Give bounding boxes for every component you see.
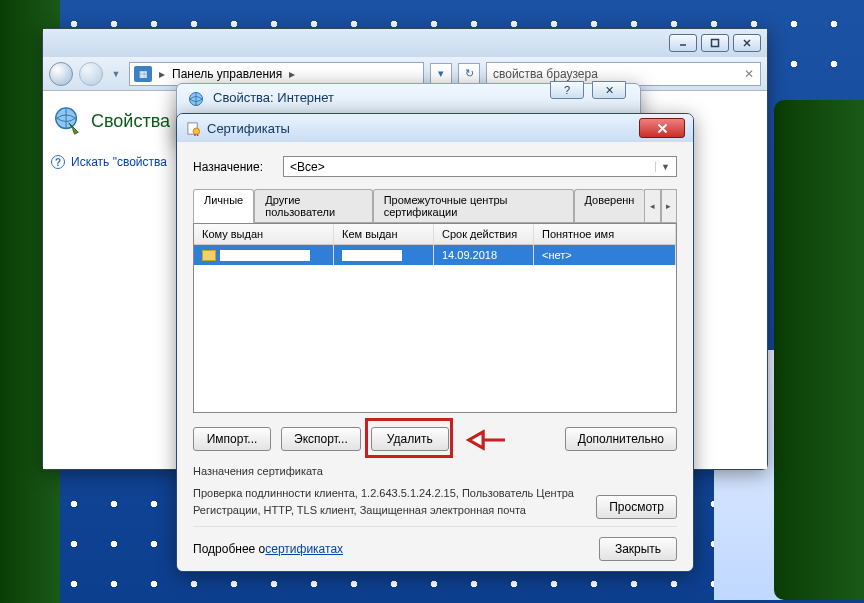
purpose-value: <Все>: [290, 160, 325, 174]
cell-expires: 14.09.2018: [434, 245, 534, 265]
heading-text: Свойства: [91, 111, 170, 132]
pointer-arrow: [465, 428, 507, 455]
breadcrumb-label: Панель управления: [172, 67, 282, 81]
close-button[interactable]: [733, 34, 761, 52]
more-info-prefix: Подробнее о: [193, 542, 265, 556]
cert-purposes: Проверка подлинности клиента, 1.2.643.5.…: [193, 485, 586, 518]
col-issued-to[interactable]: Кому выдан: [194, 224, 334, 244]
globe-icon: [187, 90, 205, 108]
redacted: [220, 250, 310, 261]
advanced-button[interactable]: Дополнительно: [565, 427, 677, 451]
col-friendly[interactable]: Понятное имя: [534, 224, 676, 244]
close-button[interactable]: ✕: [592, 81, 626, 99]
view-button[interactable]: Просмотр: [596, 495, 677, 519]
section-label: Назначения сертификата: [193, 465, 677, 477]
history-button[interactable]: ▾: [430, 63, 452, 85]
tab-scroll-left[interactable]: ◂: [644, 189, 660, 222]
breadcrumb-sep: ▸: [156, 67, 168, 81]
help-icon: ?: [51, 155, 65, 169]
breadcrumb[interactable]: ▦ ▸ Панель управления ▸: [129, 62, 424, 86]
nav-history-dropdown[interactable]: ▼: [109, 64, 123, 84]
page-title: Свойства: [51, 105, 175, 137]
list-row[interactable]: 14.09.2018 <нет>: [194, 245, 676, 265]
highlight-box: [365, 418, 453, 458]
purpose-label: Назначение:: [193, 160, 263, 174]
dialog-title: Сертификаты: [207, 121, 290, 136]
import-button[interactable]: Импорт...: [193, 427, 271, 451]
cell-friendly: <нет>: [534, 245, 676, 265]
certificate-list[interactable]: Кому выдан Кем выдан Срок действия Понят…: [193, 223, 677, 413]
chevron-down-icon: ▼: [655, 162, 670, 172]
nav-back-button[interactable]: [49, 62, 73, 86]
breadcrumb-sep: ▸: [286, 67, 298, 81]
purpose-combo[interactable]: <Все> ▼: [283, 156, 677, 177]
tab-personal[interactable]: Личные: [193, 189, 254, 223]
search-help-link[interactable]: ? Искать "свойства: [51, 155, 175, 169]
list-header: Кому выдан Кем выдан Срок действия Понят…: [194, 224, 676, 245]
clear-icon[interactable]: ✕: [744, 67, 754, 81]
certificates-dialog: Сертификаты Назначение: <Все> ▼ Личные Д…: [176, 113, 694, 572]
close-dialog-button[interactable]: Закрыть: [599, 537, 677, 561]
dialog-title: Свойства: Интернет: [213, 90, 334, 105]
tab-trusted[interactable]: Доверенн: [574, 189, 645, 222]
export-button[interactable]: Экспорт...: [281, 427, 361, 451]
maximize-button[interactable]: [701, 34, 729, 52]
tab-intermediate-ca[interactable]: Промежуточные центры сертификации: [373, 189, 574, 222]
search-value: свойства браузера: [493, 67, 598, 81]
bg-tree-right: [774, 100, 864, 600]
tab-other-people[interactable]: Другие пользователи: [254, 189, 372, 222]
redacted: [342, 250, 402, 261]
col-issued-by[interactable]: Кем выдан: [334, 224, 434, 244]
minimize-button[interactable]: [669, 34, 697, 52]
tab-strip: Личные Другие пользователи Промежуточные…: [193, 189, 677, 223]
search-help-text: Искать "свойства: [71, 155, 167, 169]
svg-point-7: [193, 128, 200, 135]
tab-scroll-right[interactable]: ▸: [661, 189, 677, 222]
refresh-button[interactable]: ↻: [458, 63, 480, 85]
certificate-icon: [185, 120, 201, 136]
help-button[interactable]: ?: [550, 81, 584, 99]
svg-rect-1: [712, 40, 719, 47]
col-expires[interactable]: Срок действия: [434, 224, 534, 244]
certificate-icon: [202, 250, 216, 261]
more-info-link[interactable]: сертификатах: [265, 542, 343, 556]
nav-forward-button[interactable]: [79, 62, 103, 86]
close-button[interactable]: [639, 118, 685, 138]
globe-icon: [51, 105, 83, 137]
control-panel-icon: ▦: [134, 66, 152, 82]
